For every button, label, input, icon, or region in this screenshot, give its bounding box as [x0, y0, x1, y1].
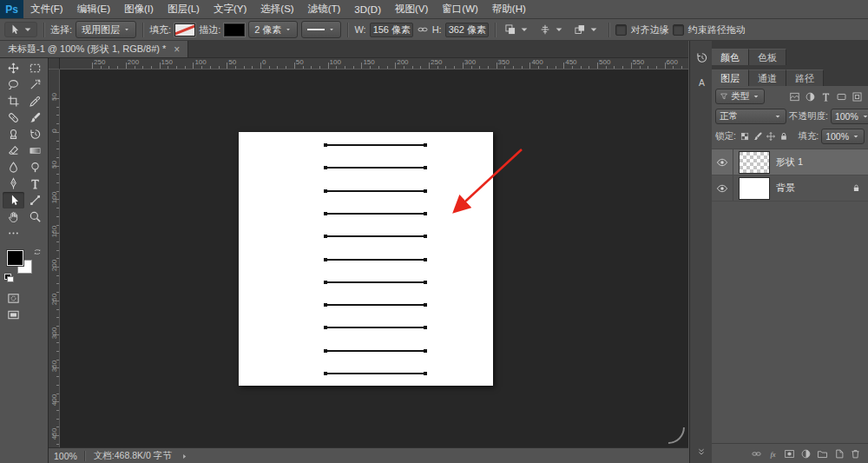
new-layer-button[interactable]: [833, 448, 845, 460]
blend-mode-dropdown[interactable]: 正常: [715, 109, 786, 124]
lock-transparency-icon[interactable]: [739, 129, 752, 143]
character-panel-button[interactable]: A: [693, 74, 710, 91]
stroke-color-swatch[interactable]: [224, 23, 245, 36]
filter-pixel-layers-icon[interactable]: [786, 89, 802, 103]
default-colors-icon[interactable]: [4, 274, 14, 282]
swap-colors-icon[interactable]: [33, 248, 42, 256]
crop-tool[interactable]: [3, 93, 24, 109]
menu-item-9[interactable]: 视图(V): [388, 0, 435, 18]
lock-pixels-icon[interactable]: [752, 129, 765, 143]
canvas-area[interactable]: 2502001501005005010015020025030035040045…: [49, 57, 688, 447]
lock-position-icon[interactable]: [765, 129, 778, 143]
opacity-dropdown[interactable]: 100%: [831, 109, 868, 124]
zoom-level-field[interactable]: 100%: [49, 451, 84, 461]
ruler-label: 0: [50, 124, 58, 136]
tab-swatches[interactable]: 色板: [749, 49, 786, 65]
app-logo[interactable]: Ps: [0, 0, 23, 18]
shape-height-field[interactable]: 362 像素: [445, 23, 489, 37]
tools-grid: [0, 57, 48, 241]
path-selection-tool[interactable]: [3, 192, 24, 208]
close-tab-icon[interactable]: ×: [174, 44, 180, 55]
layer-row[interactable]: 背景: [712, 175, 868, 202]
menu-item-11[interactable]: 帮助(H): [485, 0, 533, 18]
menu-item-10[interactable]: 窗口(W): [435, 0, 485, 18]
zoom-tool[interactable]: [24, 208, 46, 225]
tab-channels[interactable]: 通道: [749, 69, 786, 86]
eraser-tool[interactable]: [3, 142, 24, 159]
menu-item-8[interactable]: 3D(D): [347, 0, 388, 18]
menu-item-1[interactable]: 文件(F): [23, 0, 70, 18]
layer-thumbnail[interactable]: [739, 151, 770, 174]
fill-opacity-dropdown[interactable]: 100%: [821, 129, 865, 144]
tab-color[interactable]: 颜色: [712, 49, 749, 65]
hand-tool[interactable]: [3, 208, 24, 225]
gradient-tool[interactable]: [24, 142, 46, 159]
brush-tool[interactable]: [24, 109, 46, 126]
layer-style-button[interactable]: fx: [767, 448, 779, 460]
clone-stamp-tool[interactable]: [3, 126, 24, 142]
move-tool[interactable]: [3, 60, 24, 76]
path-operations-dropdown[interactable]: [502, 22, 533, 37]
eyedropper-tool[interactable]: [24, 93, 46, 109]
lock-all-icon[interactable]: [778, 129, 791, 143]
horizontal-ruler[interactable]: 2502001501005005010015020025030035040045…: [59, 57, 688, 69]
select-mode-dropdown[interactable]: 现用图层: [76, 21, 136, 38]
shape-width-field[interactable]: 156 像素: [370, 23, 413, 37]
tab-paths[interactable]: 路径: [786, 69, 824, 86]
filter-shape-layers-icon[interactable]: [833, 89, 849, 103]
screen-mode-button[interactable]: [3, 307, 24, 323]
line-tool[interactable]: [24, 192, 46, 208]
lasso-tool[interactable]: [3, 76, 24, 93]
link-layers-button[interactable]: [751, 448, 762, 460]
layer-visibility-eye-icon[interactable]: [712, 175, 733, 201]
layer-row[interactable]: 形状 1: [712, 149, 868, 175]
magic-wand-tool[interactable]: [24, 76, 46, 93]
type-tool[interactable]: [24, 175, 46, 192]
healing-brush-tool[interactable]: [3, 109, 24, 126]
menu-item-3[interactable]: 图像(I): [117, 0, 161, 18]
current-tool-preset[interactable]: [4, 22, 37, 37]
align-edges-checkbox[interactable]: 对齐边缘: [615, 23, 669, 36]
fill-color-swatch[interactable]: [174, 23, 195, 36]
edit-toolbar-button[interactable]: [3, 225, 24, 241]
filter-smart-objects-icon[interactable]: [849, 89, 865, 103]
quick-mask-button[interactable]: [3, 290, 24, 307]
link-dimensions-icon[interactable]: [417, 23, 429, 36]
new-group-button[interactable]: [817, 448, 828, 460]
layer-thumbnail[interactable]: [739, 177, 770, 200]
dodge-tool[interactable]: [24, 159, 46, 175]
menu-item-2[interactable]: 编辑(E): [70, 0, 117, 18]
layer-filter-dropdown[interactable]: 类型: [715, 89, 765, 104]
stroke-width-dropdown[interactable]: 2 像素: [248, 21, 298, 38]
foreground-color-swatch[interactable]: [7, 250, 23, 266]
new-adjustment-layer-button[interactable]: [800, 448, 812, 460]
tab-layers[interactable]: 图层: [712, 69, 749, 86]
history-panel-button[interactable]: [693, 49, 710, 66]
vertical-ruler[interactable]: 50050100150200250300350400450: [49, 69, 60, 447]
path-arrangement-dropdown[interactable]: [571, 22, 602, 37]
anchor-point: [424, 143, 427, 147]
marquee-tool[interactable]: [24, 60, 46, 76]
collapse-dock-icon[interactable]: [696, 446, 707, 457]
menu-item-4[interactable]: 图层(L): [161, 0, 207, 18]
path-alignment-dropdown[interactable]: [536, 22, 568, 37]
history-brush-tool[interactable]: [24, 126, 46, 142]
ruler-corner[interactable]: [49, 57, 60, 69]
ruler-label: 250: [431, 58, 442, 66]
menu-item-7[interactable]: 滤镜(T): [301, 0, 348, 18]
add-layer-mask-button[interactable]: [784, 448, 795, 460]
menu-item-6[interactable]: 选择(S): [253, 0, 300, 18]
pen-tool[interactable]: [3, 175, 24, 192]
layer-visibility-eye-icon[interactable]: [712, 149, 733, 175]
document-tab[interactable]: 未标题-1 @ 100% (形状 1, RGB/8#) * ×: [0, 41, 188, 57]
filter-adjustment-layers-icon[interactable]: [802, 89, 818, 103]
document-canvas[interactable]: [239, 132, 493, 386]
delete-layer-button[interactable]: [850, 448, 861, 460]
menu-item-5[interactable]: 文字(Y): [207, 0, 253, 18]
canvas-resize-grip[interactable]: [667, 426, 686, 445]
constrain-path-checkbox[interactable]: 约束路径拖动: [673, 23, 746, 36]
filter-type-layers-icon[interactable]: [818, 89, 833, 103]
status-menu-icon[interactable]: [181, 453, 188, 460]
blur-tool[interactable]: [3, 159, 24, 175]
stroke-style-dropdown[interactable]: [301, 21, 341, 38]
